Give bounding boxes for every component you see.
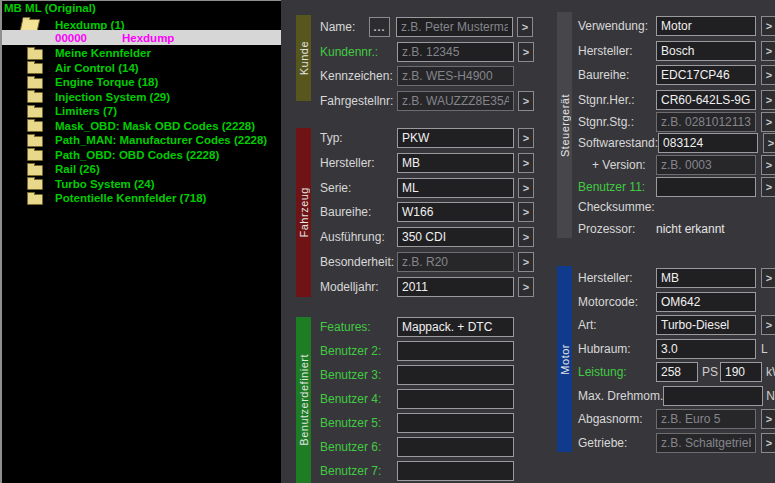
abgasnorm-label: Abgasnorm: [578,412,656,426]
ausfuehrung-dropdown-button[interactable]: > [518,227,534,247]
serie-dropdown-button[interactable]: > [518,178,534,198]
leistung-ps-field[interactable] [656,362,698,382]
stgnr-her-label: Stgnr.Her.: [578,93,656,107]
benutzer-4-field[interactable] [397,389,514,409]
baureihe-dropdown-button[interactable]: > [518,202,534,222]
getriebe-field[interactable] [656,433,756,453]
modelljahr-dropdown-button[interactable]: > [518,277,534,297]
tree-item-path-man[interactable]: Path_MAN: Manufacturer Codes (2228) [2,133,281,148]
tree-item-hexdump-selected[interactable]: 00000 Hexdump [2,30,281,45]
benutzer-7-field[interactable] [397,461,514,481]
stgnr-her-field[interactable] [656,90,756,110]
row-ausfuehrung: Ausführung: > [320,227,536,247]
benutzer-4-label: Benutzer 4: [320,392,397,406]
name-browse-button[interactable]: ... [369,17,390,37]
leistung-kw-field[interactable] [720,362,762,382]
stgnr-stg-dropdown-button[interactable]: > [761,112,775,132]
sg-baureihe-dropdown-button[interactable]: > [761,65,775,85]
name-dropdown-button[interactable]: > [517,17,533,37]
serie-field[interactable] [397,178,514,198]
row-fahrgestellnr: Fahrgestellnr: > [320,91,536,111]
abgasnorm-field[interactable] [656,409,756,429]
row-serie: Serie: > [320,178,536,198]
folder-icon [27,78,43,89]
tree-item-mask-obd[interactable]: Mask_OBD: Mask OBD Codes (2228) [2,118,281,133]
tree-item-path-obd[interactable]: Path_OBD: OBD Codes (2228) [2,147,281,162]
row-art: Art: > [578,315,775,335]
row-features: Features: [320,317,536,337]
typ-dropdown-button[interactable]: > [518,128,534,148]
fahrgestellnr-dropdown-button[interactable]: > [518,91,534,111]
sg-hersteller-field[interactable] [656,41,756,61]
kundennr-dropdown-button[interactable]: > [518,42,534,62]
benutzer-3-field[interactable] [397,365,514,385]
row-benutzer-4: Benutzer 4: [320,389,536,409]
kennzeichen-field[interactable] [397,66,514,86]
verwendung-dropdown-button[interactable]: > [761,16,775,36]
art-dropdown-button[interactable]: > [761,315,775,335]
motor-hersteller-dropdown-button[interactable]: > [761,268,775,288]
kennzeichen-label: Kennzeichen: [320,69,397,83]
row-verwendung: Verwendung: > [578,16,775,36]
leistung-kw-unit: kW [766,365,775,379]
hersteller-label: Hersteller: [320,156,397,170]
checksumme-label: Checksumme: [578,200,656,214]
kundennr-field[interactable] [397,42,514,62]
tree-item-limiters[interactable]: Limiters (7) [2,104,281,119]
baureihe-field[interactable] [397,202,514,222]
tree-item-potentielle-kennfelder[interactable]: Potentielle Kennfelder (718) [2,191,281,206]
version-dropdown-button[interactable]: > [761,155,775,175]
folder-icon [27,165,43,176]
verwendung-field[interactable] [656,16,756,36]
row-leistung: Leistung: PS kW [578,362,775,382]
prozessor-value: nicht erkannt [656,222,725,236]
softwarestand-field[interactable] [658,133,758,153]
stgnr-stg-field[interactable] [656,112,756,132]
fahrgestellnr-field[interactable] [397,91,514,111]
motorcode-label: Motorcode: [578,295,656,309]
hersteller-field[interactable] [397,153,514,173]
hubraum-field[interactable] [656,339,756,359]
getriebe-dropdown-button[interactable]: > [761,433,775,453]
abgasnorm-dropdown-button[interactable]: > [761,409,775,429]
hersteller-dropdown-button[interactable]: > [518,153,534,173]
tree-item-turbo-system[interactable]: Turbo System (24) [2,176,281,191]
row-sg-baureihe: Baureihe: > [578,65,775,85]
version-label: + Version: [578,158,656,172]
benutzer-3-label: Benutzer 3: [320,368,397,382]
art-field[interactable] [656,315,756,335]
tree-item-meine-kennfelder[interactable]: Meine Kennfelder [2,46,281,61]
tree-item-air-control[interactable]: Air Control (14) [2,60,281,75]
stgnr-her-dropdown-button[interactable]: > [761,90,775,110]
ausfuehrung-field[interactable] [397,227,514,247]
version-field[interactable] [656,155,756,175]
benutzer-11-field[interactable] [656,177,756,197]
folder-icon [27,179,43,190]
motorcode-field[interactable] [656,292,756,312]
besonderheit-field[interactable] [397,252,514,272]
benutzer-11-label: Benutzer 11: [578,180,656,194]
modelljahr-field[interactable] [397,277,514,297]
benutzer-11-dropdown-button[interactable]: > [761,177,775,197]
tree-item-injection-system[interactable]: Injection System (29) [2,89,281,104]
motor-hersteller-field[interactable] [656,268,756,288]
besonderheit-dropdown-button[interactable]: > [518,252,534,272]
max-drehmom-field[interactable] [663,386,763,406]
getriebe-label: Getriebe: [578,436,656,450]
typ-field[interactable] [397,128,514,148]
name-field[interactable] [396,17,513,37]
tree-root-item[interactable]: MB ML (Original) [4,2,96,14]
tree-item-engine-torque[interactable]: Engine Torque (18) [2,75,281,90]
sg-hersteller-dropdown-button[interactable]: > [761,41,775,61]
benutzer-5-field[interactable] [397,413,514,433]
sg-baureihe-field[interactable] [656,65,756,85]
besonderheit-label: Besonderheit: [320,255,397,269]
benutzer-2-label: Benutzer 2: [320,344,397,358]
benutzer-2-field[interactable] [397,341,514,361]
tree-item-rail[interactable]: Rail (26) [2,162,281,177]
features-field[interactable] [397,317,514,337]
softwarestand-dropdown-button[interactable]: > [763,133,775,153]
max-drehmom-unit: Nm [766,389,775,403]
benutzer-6-field[interactable] [397,437,514,457]
sg-baureihe-label: Baureihe: [578,68,656,82]
